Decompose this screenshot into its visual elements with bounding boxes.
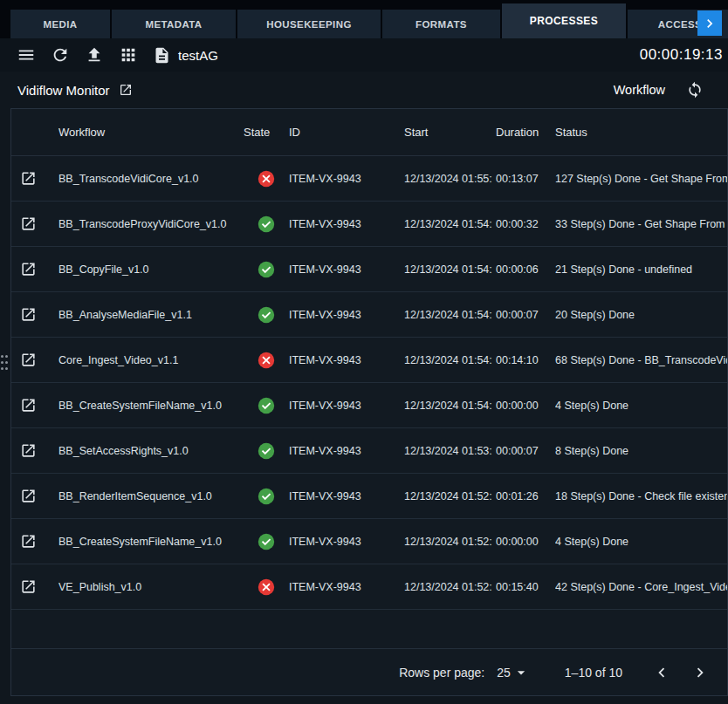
- panel-drag-handle[interactable]: [1, 346, 8, 378]
- previous-page-button[interactable]: [652, 663, 671, 682]
- tab-metadata[interactable]: METADATA: [112, 10, 236, 38]
- row-status: 127 Step(s) Done - Get Shape From: [555, 173, 728, 185]
- row-id: ITEM-VX-9943: [289, 263, 404, 276]
- table-row: VE_Publish_v1.0 ITEM-VX-9943 12/13/2024 …: [11, 564, 727, 610]
- row-id: ITEM-VX-9943: [289, 445, 404, 457]
- workflow-name: BB_CreateSystemFileName_v1.0: [58, 536, 244, 548]
- state-cell: [244, 532, 289, 551]
- row-start: 12/13/2024 01:54:: [404, 354, 496, 366]
- open-workflow-button[interactable]: [20, 488, 37, 504]
- rows-per-page-select[interactable]: 25: [497, 664, 530, 681]
- next-page-button[interactable]: [690, 663, 710, 682]
- external-link-icon: [20, 352, 37, 368]
- table-row: BB_TranscodeProxyVidiCore_v1.0 ITEM-VX-9…: [11, 202, 727, 247]
- external-link-icon: [20, 261, 37, 277]
- row-status: 33 Step(s) Done - Get Shape From I: [555, 218, 728, 230]
- row-start: 12/13/2024 01:53:: [404, 445, 496, 457]
- open-workflow-button[interactable]: [20, 578, 37, 595]
- external-link-icon: [20, 170, 37, 187]
- row-id: ITEM-VX-9943: [289, 354, 404, 366]
- tab-media[interactable]: MEDIA: [10, 10, 110, 38]
- column-start: Start: [404, 126, 496, 139]
- row-status: 8 Step(s) Done: [555, 445, 728, 457]
- workflow-name: BB_SetAccessRights_v1.0: [58, 445, 244, 457]
- row-duration: 00:00:32: [496, 218, 555, 230]
- menu-button[interactable]: [17, 45, 36, 65]
- row-duration: 00:14:10: [496, 354, 555, 366]
- column-state: State: [244, 126, 289, 139]
- row-id: ITEM-VX-9943: [289, 536, 404, 548]
- table-row: BB_SetAccessRights_v1.0 ITEM-VX-9943 12/…: [11, 428, 727, 474]
- open-workflow-button[interactable]: [20, 352, 37, 368]
- workflow-name: Core_Ingest_Video_v1.1: [58, 354, 244, 366]
- row-start: 12/13/2024 01:55:: [404, 173, 496, 185]
- state-success-icon: [257, 305, 276, 325]
- open-workflow-button[interactable]: [20, 170, 37, 187]
- chevron-right-icon: [701, 15, 718, 32]
- external-link-icon: [20, 578, 37, 595]
- upload-button[interactable]: [85, 45, 104, 65]
- open-workflow-button[interactable]: [20, 261, 37, 277]
- row-duration: 00:00:00: [496, 400, 555, 412]
- row-id: ITEM-VX-9943: [289, 309, 404, 321]
- table-footer: Rows per page: 25 1–10 of 10: [11, 648, 727, 695]
- workflow-table-panel: Workflow State ID Start Duration Status …: [10, 108, 728, 696]
- workflow-name: BB_RenderItemSequence_v1.0: [58, 490, 244, 502]
- open-monitor-button[interactable]: [119, 83, 133, 97]
- view-group: Workflow: [614, 81, 704, 99]
- open-workflow-button[interactable]: [20, 442, 37, 459]
- row-start: 12/13/2024 01:54:: [404, 400, 496, 412]
- table-row: BB_AnalyseMediaFile_v1.1 ITEM-VX-9943 12…: [11, 292, 727, 338]
- state-error-icon: [257, 578, 276, 597]
- page-title: Vidiflow Monitor: [17, 83, 110, 98]
- document-icon: [153, 46, 171, 65]
- row-start: 12/13/2024 01:54:: [404, 309, 496, 321]
- state-cell: [244, 305, 289, 325]
- toolbar: testAG 00:00:19:13: [0, 38, 728, 72]
- external-link-icon: [20, 488, 37, 504]
- state-success-icon: [257, 396, 276, 415]
- apps-grid-button[interactable]: [119, 45, 138, 65]
- refresh-icon: [51, 45, 70, 65]
- nav-overflow-next-button[interactable]: [697, 10, 722, 36]
- row-status: 4 Step(s) Done: [555, 400, 728, 412]
- table-row: BB_CreateSystemFileName_v1.0 ITEM-VX-994…: [11, 383, 727, 428]
- table-filler: [11, 610, 727, 648]
- open-workflow-button[interactable]: [20, 533, 37, 550]
- row-start: 12/13/2024 01:52:: [404, 490, 496, 502]
- column-id: ID: [289, 126, 404, 139]
- workflow-name: BB_TranscodeProxyVidiCore_v1.0: [58, 218, 244, 230]
- open-workflow-button[interactable]: [20, 397, 37, 414]
- open-workflow-button[interactable]: [20, 215, 37, 232]
- row-start: 12/13/2024 01:52:: [404, 536, 496, 548]
- row-duration: 00:00:07: [496, 309, 555, 321]
- row-id: ITEM-VX-9943: [289, 400, 404, 412]
- refresh-button[interactable]: [51, 45, 70, 65]
- workflow-name: BB_CreateSystemFileName_v1.0: [58, 400, 244, 412]
- row-start: 12/13/2024 01:54:: [404, 218, 496, 230]
- state-error-icon: [257, 169, 276, 188]
- state-cell: [244, 351, 289, 370]
- row-duration: 00:00:06: [496, 263, 555, 276]
- row-duration: 00:00:07: [496, 445, 555, 457]
- table-row: BB_TranscodeVidiCore_v1.0 ITEM-VX-9943 1…: [11, 156, 727, 202]
- table-header: Workflow State ID Start Duration Status: [11, 109, 727, 156]
- open-workflow-button[interactable]: [20, 306, 37, 323]
- column-duration: Duration: [496, 126, 555, 139]
- row-id: ITEM-VX-9943: [289, 173, 404, 185]
- tab-housekeeping[interactable]: HOUSEKEEPING: [237, 10, 381, 38]
- sync-button[interactable]: [686, 81, 704, 99]
- state-success-icon: [257, 487, 276, 506]
- external-link-icon: [20, 533, 37, 550]
- tab-processes[interactable]: PROCESSES: [502, 3, 626, 38]
- timecode-display: 00:00:19:13: [640, 46, 723, 64]
- row-status: 4 Step(s) Done: [555, 536, 728, 548]
- row-id: ITEM-VX-9943: [289, 218, 404, 230]
- workflow-name: BB_TranscodeVidiCore_v1.0: [58, 173, 244, 185]
- state-cell: [244, 215, 289, 234]
- upload-icon: [85, 45, 104, 65]
- state-cell: [244, 578, 289, 597]
- row-id: ITEM-VX-9943: [289, 490, 404, 502]
- tab-formats[interactable]: FORMATS: [382, 10, 500, 38]
- apps-grid-icon: [119, 45, 138, 65]
